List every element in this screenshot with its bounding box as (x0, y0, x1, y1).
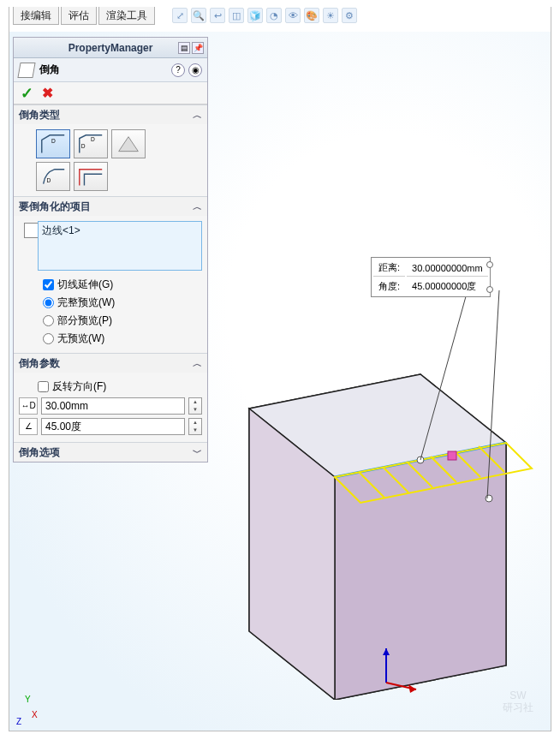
angle-input[interactable] (41, 418, 185, 435)
callout-angle-label: 角度: (373, 278, 405, 295)
svg-text:D: D (51, 138, 56, 144)
section-params-title: 倒角参数 (19, 356, 60, 371)
app-frame: 接编辑 评估 渲染工具 ⤢ 🔍 ↩ ◫ 🧊 ◔ 👁 🎨 ☀ ⚙ (9, 5, 551, 731)
chamfer-icon (17, 63, 35, 78)
svg-line-20 (487, 290, 499, 498)
section-options-title: 倒角选项 (19, 445, 60, 460)
pm-expand-icon[interactable]: ▤ (178, 42, 190, 54)
callout-handle-icon[interactable] (486, 286, 493, 293)
feature-header: 倒角 ? ◉ (14, 58, 207, 82)
prev-view-icon[interactable]: ↩ (210, 8, 225, 23)
preview-full-label: 完整预览(W) (57, 295, 115, 310)
section-options-header[interactable]: 倒角选项 ﹀ (14, 443, 207, 462)
ok-button[interactable]: ✓ (21, 84, 33, 103)
axis-y-icon: Y (25, 695, 31, 704)
selection-list[interactable]: 边线<1> (38, 221, 202, 271)
scene-icon[interactable]: ☀ (323, 8, 338, 23)
preview-none-input[interactable] (43, 333, 54, 344)
appearance-icon[interactable]: 🎨 (304, 8, 319, 23)
display-style-icon[interactable]: ◔ (266, 8, 282, 23)
callout-distance-value[interactable]: 30.00000000mm (407, 260, 488, 277)
feature-label: 倒角 (39, 63, 60, 77)
flip-direction-checkbox[interactable]: 反转方向(F) (19, 378, 202, 396)
list-item[interactable]: 边线<1> (39, 222, 201, 240)
preview-partial-radio[interactable]: 部分预览(P) (19, 312, 202, 330)
chamfer-type-angle-distance[interactable]: D (36, 129, 70, 158)
chamfer-type-offset-face[interactable]: D (36, 162, 70, 191)
preview-full-radio[interactable]: 完整预览(W) (19, 294, 202, 312)
angle-spinner[interactable]: ▲▼ (188, 418, 202, 435)
chamfer-type-vertex[interactable] (111, 129, 146, 158)
hide-show-icon[interactable]: 👁 (285, 8, 301, 23)
zoom-area-icon[interactable]: 🔍 (191, 8, 206, 23)
view-settings-icon[interactable]: ⚙ (342, 8, 357, 23)
tab-evaluate[interactable]: 评估 (61, 6, 97, 25)
section-params-header[interactable]: 倒角参数 ︿ (14, 354, 207, 373)
callout-handle-icon[interactable] (486, 261, 493, 268)
distance-icon: ↔D (19, 397, 38, 415)
flip-checkbox-input[interactable] (38, 381, 49, 392)
svg-marker-24 (119, 137, 139, 152)
section-type-header[interactable]: 倒角类型 ︿ (14, 105, 207, 124)
caret-down-icon: ﹀ (193, 446, 202, 459)
zoom-fit-icon[interactable]: ⤢ (172, 8, 188, 23)
caret-up-icon: ︿ (193, 109, 202, 122)
flip-label: 反转方向(F) (52, 379, 106, 394)
section-view-icon[interactable]: ◫ (229, 8, 244, 23)
callout-distance-label: 距离: (373, 260, 405, 277)
svg-rect-28 (0, 733, 560, 740)
distance-spinner[interactable]: ▲▼ (188, 397, 202, 415)
svg-line-19 (420, 290, 468, 460)
pm-pin-icon[interactable]: 📌 (192, 42, 204, 54)
view-orient-icon[interactable]: 🧊 (247, 8, 263, 23)
cancel-button[interactable]: ✖ (42, 85, 53, 101)
preview-partial-label: 部分预览(P) (57, 313, 112, 328)
svg-text:D: D (81, 143, 86, 149)
help-icon[interactable]: ? (171, 63, 185, 77)
axis-z-icon: Z (16, 717, 21, 726)
caret-up-icon: ︿ (193, 357, 202, 370)
detail-icon[interactable]: ◉ (188, 63, 202, 77)
watermark-line1: SW (503, 689, 533, 701)
pm-title: PropertyManager (69, 42, 153, 54)
preview-partial-input[interactable] (43, 315, 54, 326)
tab-render[interactable]: 渲染工具 (98, 6, 155, 25)
svg-rect-29 (0, 0, 7, 740)
svg-text:D: D (46, 177, 51, 183)
chamfer-type-distance-distance[interactable]: DD (74, 129, 108, 158)
tab-edit[interactable]: 接编辑 (13, 6, 59, 25)
preview-none-radio[interactable]: 无预览(W) (19, 330, 202, 348)
tangent-checkbox-input[interactable] (43, 279, 54, 290)
section-type-title: 倒角类型 (19, 108, 60, 122)
preview-none-label: 无预览(W) (57, 331, 104, 346)
axis-x-icon: X (32, 710, 38, 719)
dimension-callout[interactable]: 距离: 30.00000000mm 角度: 45.00000000度 (371, 257, 491, 297)
callout-angle-value[interactable]: 45.00000000度 (407, 278, 488, 295)
view-toolbar: ⤢ 🔍 ↩ ◫ 🧊 ◔ 👁 🎨 ☀ ⚙ (172, 8, 357, 23)
property-manager-panel: PropertyManager ▤ 📌 倒角 ? ◉ ✓ ✖ 倒角类型 ︿ (13, 37, 208, 462)
svg-text:D: D (91, 136, 95, 142)
section-items-title: 要倒角化的项目 (19, 200, 91, 214)
ok-cancel-row: ✓ ✖ (14, 82, 207, 104)
caret-up-icon: ︿ (193, 200, 202, 213)
chamfer-type-face-face[interactable] (74, 162, 108, 191)
tangent-prop-checkbox[interactable]: 切线延伸(G) (19, 276, 202, 294)
section-items-header[interactable]: 要倒角化的项目 ︿ (14, 197, 207, 216)
pm-header: PropertyManager ▤ 📌 (14, 38, 207, 58)
tangent-label: 切线延伸(G) (57, 278, 113, 292)
watermark: SW 研习社 (503, 689, 533, 713)
distance-input[interactable] (41, 397, 185, 415)
ribbon-tabs: 接编辑 评估 渲染工具 (13, 6, 155, 25)
angle-icon: ∠ (19, 418, 38, 435)
watermark-line2: 研习社 (503, 701, 533, 713)
preview-full-input[interactable] (43, 297, 54, 308)
